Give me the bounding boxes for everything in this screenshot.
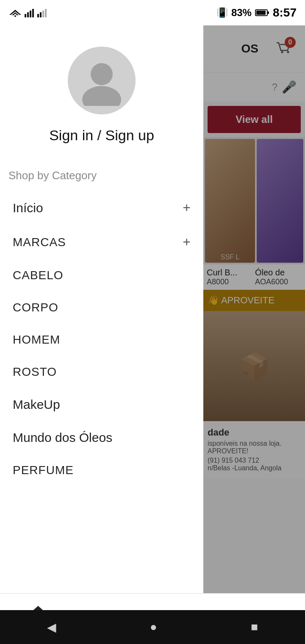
android-home-button[interactable]: ● bbox=[150, 620, 157, 634]
vibrate-icon: 📳 bbox=[216, 7, 228, 18]
svg-rect-3 bbox=[25, 14, 26, 17]
svg-rect-10 bbox=[45, 9, 47, 17]
main-container: OS 0 ? 🎤 View all SSF L bbox=[0, 25, 305, 644]
status-right: 📳 83% 8:57 bbox=[216, 6, 297, 19]
category-label-inicio: Início bbox=[13, 201, 43, 215]
battery-percent: 83% bbox=[231, 7, 252, 19]
drawer-panel: Sign in / Sign up Shop by Category Iníci… bbox=[0, 25, 203, 610]
battery-icon bbox=[255, 8, 269, 17]
category-item-homem[interactable]: HOMEM bbox=[8, 324, 195, 356]
svg-rect-13 bbox=[256, 11, 266, 15]
category-item-corpo[interactable]: CORPO bbox=[8, 291, 195, 324]
svg-rect-6 bbox=[32, 9, 34, 17]
status-bar: 📳 83% 8:57 bbox=[0, 0, 305, 25]
svg-rect-8 bbox=[40, 12, 42, 17]
svg-point-2 bbox=[14, 15, 16, 17]
svg-rect-7 bbox=[37, 14, 39, 17]
plus-icon-marcas[interactable]: + bbox=[183, 234, 191, 250]
android-recent-button[interactable]: ■ bbox=[251, 620, 258, 634]
svg-point-16 bbox=[91, 63, 113, 85]
category-label-perfume: PERFUME bbox=[13, 464, 74, 477]
category-section: Shop by Category Início + MARCAS + CABEL… bbox=[0, 156, 203, 610]
category-label-oleos: Mundo dos Óleos bbox=[13, 430, 112, 445]
android-back-button[interactable]: ◀ bbox=[47, 620, 56, 634]
category-header: Shop by Category bbox=[8, 169, 195, 182]
category-label-cabelo: CABELO bbox=[13, 269, 64, 282]
svg-rect-5 bbox=[30, 11, 31, 17]
avatar-icon bbox=[76, 55, 127, 106]
category-item-cabelo[interactable]: CABELO bbox=[8, 259, 195, 291]
drawer-shadow[interactable] bbox=[203, 25, 305, 644]
android-nav: ◀ ● ■ bbox=[0, 610, 305, 644]
category-label-rosto: ROSTO bbox=[13, 365, 57, 379]
category-item-oleos[interactable]: Mundo dos Óleos bbox=[8, 421, 195, 454]
category-item-rosto[interactable]: ROSTO bbox=[8, 356, 195, 388]
wifi-icon bbox=[8, 8, 22, 17]
category-label-corpo: CORPO bbox=[13, 301, 58, 314]
plus-icon-inicio[interactable]: + bbox=[183, 200, 191, 216]
sign-in-link[interactable]: Sign in / Sign up bbox=[49, 127, 154, 144]
signal-icon bbox=[25, 8, 35, 17]
signal2-icon bbox=[37, 8, 47, 17]
status-icons bbox=[8, 8, 47, 17]
svg-rect-4 bbox=[27, 12, 29, 17]
category-label-homem: HOMEM bbox=[13, 333, 60, 347]
time-display: 8:57 bbox=[273, 6, 297, 19]
category-label-makeup: MakeUp bbox=[13, 397, 60, 412]
category-item-perfume[interactable]: PERFUME bbox=[8, 454, 195, 486]
category-item-marcas[interactable]: MARCAS + bbox=[8, 225, 195, 259]
svg-rect-12 bbox=[267, 11, 269, 14]
svg-rect-9 bbox=[42, 11, 44, 17]
svg-point-17 bbox=[82, 86, 121, 106]
drawer-user-section: Sign in / Sign up bbox=[0, 25, 203, 156]
category-label-marcas: MARCAS bbox=[13, 236, 66, 249]
category-item-makeup[interactable]: MakeUp bbox=[8, 388, 195, 421]
category-item-inicio[interactable]: Início + bbox=[8, 191, 195, 225]
avatar[interactable] bbox=[68, 47, 136, 114]
